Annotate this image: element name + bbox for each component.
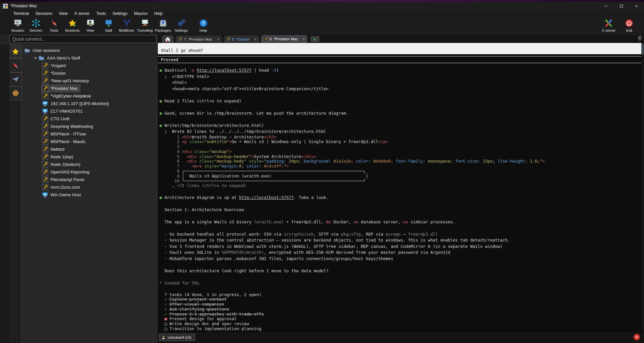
tree-item-aaa-vantz-s-stuff[interactable]: AAA Vantz's Stuff [22, 54, 158, 62]
tree-item-label: Pterodactyl Panel [51, 177, 84, 182]
terminal-line: □ Write design doc and spec review [160, 322, 641, 326]
tree-item-new-cp01-heistacp[interactable]: *New-cp01-heistacp [22, 77, 158, 85]
terminal-line [160, 104, 641, 110]
key-icon [42, 176, 48, 183]
rail-tools-knife-icon[interactable] [9, 58, 22, 72]
tree-item-openvas-reporting[interactable]: OpenVAS-Reporting [22, 168, 158, 176]
toolbar-label: Sessions [65, 28, 80, 32]
terminal-line [160, 188, 641, 195]
terminal-line: ✓ Propose 2-3 approaches with trade-offs [160, 312, 641, 317]
person-icon [161, 335, 165, 339]
key-icon [42, 85, 48, 92]
close-button[interactable]: × [629, 2, 644, 10]
rail-macros-plane-icon[interactable] [9, 72, 22, 86]
toolbar-view-button[interactable]: View [81, 17, 99, 32]
toolbar-label: X server [602, 28, 616, 32]
menu-item-sessions[interactable]: Sessions [32, 11, 55, 17]
tree-item-node-2-bottom[interactable]: Node 2(bottom) [22, 161, 158, 168]
toolbar-tunneling-button[interactable]: Tunneling [136, 17, 154, 32]
tree-item-win-game-host[interactable]: Win Game Host [22, 191, 158, 199]
toolbar-label: Packages [155, 28, 171, 32]
tree-item-content: *New-cp01-heistacp [42, 77, 91, 84]
menu-item-settings[interactable]: Settings [109, 11, 131, 17]
tree-item-pterodactyl-panel[interactable]: Pterodactyl Panel [22, 176, 158, 183]
terminal-line [160, 213, 641, 219]
tree-item-content: AAA Vantz's Stuff [38, 55, 82, 61]
tree-item-mspnerd-itflow[interactable]: MSPNerd - ITFlow [22, 130, 158, 138]
tree-item-label: *VigilCyber-Helpdesk [51, 94, 91, 98]
tree-item-user-sessions[interactable]: User sessions [22, 47, 158, 54]
tab-close-icon[interactable]: × [303, 37, 304, 41]
tree-item-ctg-unifi[interactable]: CTG Unifi [22, 115, 158, 123]
tree-item-asgard[interactable]: *Asgard [22, 62, 158, 69]
key-icon [42, 93, 48, 99]
tab-7-predator-mac[interactable]: 7. *Predator Mac× [175, 35, 222, 43]
menu-item-terminal[interactable]: Terminal [10, 11, 32, 17]
tree-item-label: 192.168.1.107 ([UPS-Monitor]) [51, 101, 109, 106]
tree-item-node-1-top[interactable]: Node 1(top) [22, 153, 158, 161]
toolbar-split-button[interactable]: Split [99, 17, 118, 32]
tree-item-vigilcyber-helpdesk[interactable]: *VigilCyber-Helpdesk [22, 92, 158, 100]
terminal-line: 8 ┌─────────────────────────────────────… [160, 169, 641, 174]
tree-item-label: Greyming Webhosting [51, 124, 93, 129]
kill-session-button[interactable]: × [633, 334, 640, 340]
toolbar-settings-button[interactable]: Settings [172, 17, 190, 32]
toolbar-multiexec-button[interactable]: MultiExec [118, 17, 136, 32]
chevron-down-icon[interactable] [33, 56, 38, 60]
proceed-option[interactable]: Proceed [158, 56, 641, 63]
tab-8-docker[interactable]: 8. *Docker× [224, 35, 259, 43]
tree-item-rmm-t2cnc-com[interactable]: rmm.t2cnc.com [22, 183, 158, 191]
tab-close-icon[interactable]: × [217, 37, 219, 41]
rail-favorites-star-icon[interactable] [9, 45, 22, 58]
terminal-line: 7 tasks (4 done, 1 in progress, 2 open) [160, 292, 641, 297]
menu-item-x-server[interactable]: X server [71, 11, 93, 17]
terminal-line: □ Transition to implementation planning [160, 326, 641, 331]
paperclip-icon[interactable] [637, 35, 643, 42]
session-tree: User sessionsAAA Vantz's Stuff*Asgard*Do… [22, 45, 158, 343]
terminal-line: ✓ Offer visual companion [160, 302, 641, 307]
tree-item-content: Node 1(top) [42, 153, 75, 160]
assistant-question: Shall I go ahead? [158, 43, 641, 54]
toolbar: SessionServersToolsSessionsViewSplitMult… [0, 17, 644, 35]
tree-item-predator-mac[interactable]: *Predator Mac [22, 85, 158, 92]
toolbar-packages-button[interactable]: Packages [154, 17, 172, 32]
home-tab[interactable] [162, 35, 174, 43]
toolbar-session-button[interactable]: Session [9, 17, 27, 32]
toolbar-help-button[interactable]: ?Help [194, 17, 212, 32]
toolbar-sessions-button[interactable]: Sessions [63, 17, 81, 32]
toolbar-x-server-button[interactable]: X server [598, 17, 619, 32]
rail-globe-icon[interactable] [9, 86, 22, 100]
tab-close-icon[interactable]: × [254, 37, 256, 41]
terminal-line: ● Bash(curl -s http://localhost:57577 | … [160, 67, 641, 74]
menu-item-tools[interactable]: Tools [93, 11, 109, 17]
new-tab-button[interactable]: + [310, 36, 319, 42]
terminal-line: 10 └────────────────────────────────────… [160, 179, 641, 184]
tree-item-clt-vmhost01[interactable]: CLT-VMHOST01 [22, 107, 158, 115]
menu-item-macros[interactable]: Macros [131, 11, 151, 17]
minimize-button[interactable] [598, 2, 614, 10]
tree-item-netbird[interactable]: Netbird [22, 145, 158, 153]
terminal-line: 7 <pre style="margin:0; color: #c4c4ff;"… [160, 164, 641, 169]
tree-item-mspnerd-mautic[interactable]: MSPNerd - Mautic [22, 138, 158, 145]
tree-item-greyming-webhosting[interactable]: Greyming Webhosting [22, 123, 158, 130]
terminal-line [160, 262, 641, 268]
tree-item-docker[interactable]: *Docker [22, 69, 158, 77]
tree-item-content: Netbird [42, 146, 66, 153]
tab-9-predator-mac[interactable]: 9. *Predator Mac× [261, 35, 307, 43]
maximize-button[interactable] [614, 2, 629, 10]
terminal[interactable]: Shall I go ahead? Proceed ● Bash(curl -s… [158, 43, 641, 331]
scrollbar-thumb[interactable] [642, 44, 644, 55]
svg-text:?: ? [202, 20, 204, 26]
toolbar-tools-button[interactable]: Tools [45, 17, 63, 32]
menu-item-help[interactable]: Help [151, 11, 166, 17]
menu-item-view[interactable]: View [55, 11, 71, 17]
user-session-tab[interactable]: vstockwell (x3) [159, 334, 195, 341]
terminal-scrollbar[interactable] [641, 43, 644, 331]
tree-item-192-168-1-107-ups-monitor[interactable]: 192.168.1.107 ([UPS-Monitor]) [22, 100, 158, 107]
toolbar-exit-button[interactable]: Exit [619, 17, 639, 32]
toolbar-label: Tools [50, 28, 58, 32]
quick-connect-input[interactable]: Quick connect... [9, 35, 157, 43]
toolbar-servers-button[interactable]: Servers [27, 17, 45, 32]
view-monitor-icon [86, 19, 95, 27]
tree-item-label: CLT-VMHOST01 [51, 109, 83, 114]
